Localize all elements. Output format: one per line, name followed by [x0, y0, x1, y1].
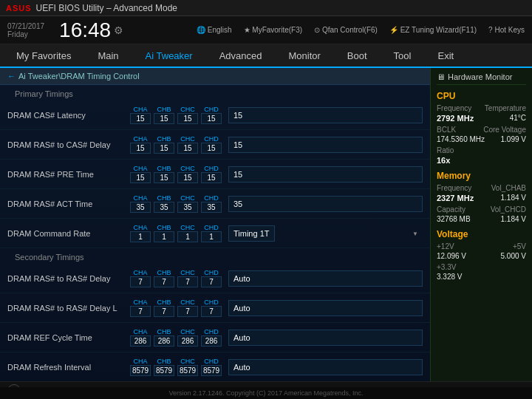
channel-value: 7: [130, 276, 151, 287]
channel-value: 7: [177, 276, 198, 287]
monitor-icon: 🖥: [437, 72, 445, 81]
nav-boot[interactable]: Boot: [334, 44, 381, 68]
breadcrumb-path: Ai Tweaker\DRAM Timing Control: [18, 72, 140, 81]
dram-timing-input[interactable]: [228, 196, 423, 212]
channel-box: CHA15: [129, 135, 151, 154]
channel-group: CHA15CHB15CHC15CHD15: [129, 106, 222, 124]
channel-value: 15: [201, 172, 222, 183]
v33-value: 3.328 V: [437, 273, 462, 281]
gear-icon[interactable]: ⚙: [114, 24, 123, 36]
memory-section-title: Memory: [437, 171, 526, 181]
cpu-ratio-label: Ratio: [437, 146, 454, 154]
channel-box: CHD286: [200, 328, 222, 347]
dram-command-rate-select[interactable]: Timing 1T: [228, 225, 275, 242]
channel-box: CHC286: [177, 328, 199, 347]
dram-timing-input[interactable]: [228, 300, 423, 316]
channel-value: 286: [177, 335, 198, 347]
nav-advanced[interactable]: Advanced: [206, 44, 276, 68]
dram-row-label: DRAM REF Cycle Time: [7, 333, 129, 342]
nav-tool[interactable]: Tool: [381, 44, 425, 68]
channel-box: CHC15: [177, 165, 199, 183]
dram-timing-input[interactable]: [228, 166, 423, 183]
v12-label: +12V: [437, 242, 454, 250]
v12-val-row: 12.096 V 5.000 V: [437, 252, 526, 260]
channel-box: CHA7: [129, 299, 151, 317]
cpu-ratio-val-row: 16x: [437, 156, 526, 165]
channel-header: CHA: [133, 106, 147, 113]
channel-box: CHC15: [177, 135, 199, 154]
dram-row: DRAM RAS# ACT TimeCHA35CHB35CHC35CHD35: [0, 189, 430, 219]
channel-box: CHA7: [129, 269, 151, 287]
channel-group: CHA35CHB35CHC35CHD35: [129, 194, 222, 213]
channel-header: CHA: [133, 224, 147, 231]
channel-box: CHA286: [129, 328, 151, 347]
hot-keys-action[interactable]: ? Hot Keys: [488, 26, 525, 34]
nav-main[interactable]: Main: [84, 44, 132, 68]
nav-monitor[interactable]: Monitor: [276, 44, 334, 68]
clock: 16:48 ⚙: [59, 18, 123, 42]
date-info: 07/21/2017 Friday: [7, 22, 44, 38]
channel-header: CHC: [180, 328, 195, 335]
dram-row: DRAM RAS# to CAS# DelayCHA15CHB15CHC15CH…: [0, 130, 430, 160]
channel-value: 7: [201, 276, 222, 287]
channel-value: 286: [201, 335, 222, 347]
channel-value: 8579: [130, 365, 151, 376]
dram-timing-input[interactable]: [228, 107, 423, 123]
channel-box: CHB35: [153, 194, 175, 213]
dram-row-label: DRAM Command Rate: [7, 229, 129, 238]
my-favorite-action[interactable]: ★ MyFavorite(F3): [244, 26, 303, 34]
channel-header: CHB: [157, 106, 171, 113]
mem-volchab-value: 1.184 V: [501, 194, 526, 202]
channel-box: CHA8579: [129, 358, 151, 376]
cpu-temp-label: Temperature: [485, 104, 526, 112]
v33-row: +3.3V: [437, 263, 526, 271]
dram-timing-input[interactable]: [228, 137, 423, 153]
channel-value: 8579: [177, 365, 198, 376]
dram-timing-input[interactable]: [228, 270, 423, 287]
channel-header: CHB: [157, 269, 171, 276]
v33-val-row: 3.328 V: [437, 273, 526, 281]
voltage-section-title: Voltage: [437, 229, 526, 239]
v12-row: +12V +5V: [437, 242, 526, 250]
nav-my-favorites[interactable]: My Favorites: [3, 44, 84, 68]
nav-exit[interactable]: Exit: [424, 44, 467, 68]
channel-value: 35: [154, 202, 174, 213]
mem-freq-value: 2327 MHz: [437, 194, 474, 202]
dram-row-label: DRAM Refresh Interval: [7, 363, 129, 372]
main-content: ← Ai Tweaker\DRAM Timing Control Primary…: [0, 68, 532, 381]
language-action[interactable]: 🌐 English: [197, 26, 232, 34]
channel-value: 8579: [154, 365, 174, 376]
dram-row: DRAM CAS# LatencyCHA15CHB15CHC15CHD15: [0, 100, 430, 130]
channel-value: 15: [130, 143, 151, 154]
channel-box: CHB8579: [153, 358, 175, 376]
breadcrumb-arrow[interactable]: ←: [7, 72, 16, 81]
channel-header: CHD: [204, 135, 219, 143]
channel-header: CHB: [157, 135, 171, 143]
cpu-freq-value: 2792 MHz: [437, 114, 474, 123]
dram-row-label: DRAM CAS# Latency: [7, 111, 129, 120]
channel-header: CHD: [204, 106, 219, 113]
channel-value: 15: [130, 172, 151, 183]
channel-group: CHA7CHB7CHC7CHD7: [129, 299, 222, 317]
cpu-ratio-row: Ratio: [437, 146, 526, 154]
qfan-action[interactable]: ⊙ Qfan Control(F6): [314, 26, 378, 34]
cpu-ratio-value: 16x: [437, 156, 450, 165]
channel-header: CHD: [204, 269, 219, 276]
channel-value: 35: [130, 202, 151, 213]
dram-timing-input[interactable]: [228, 359, 423, 375]
mem-freq-val-row: 2327 MHz 1.184 V: [437, 194, 526, 202]
nav-ai-tweaker[interactable]: Ai Tweaker: [132, 44, 206, 68]
ez-tuning-action[interactable]: ⚡ EZ Tuning Wizard(F11): [389, 26, 477, 34]
mem-cap-value: 32768 MB: [437, 215, 471, 223]
channel-value: 15: [201, 113, 222, 124]
dram-row-label: DRAM RAS# to RAS# Delay: [7, 274, 129, 283]
dram-row: DRAM RAS# to RAS# Delay LCHA7CHB7CHC7CHD…: [0, 293, 430, 323]
time-bar: 07/21/2017 Friday 16:48 ⚙ 🌐 English ★ My…: [0, 16, 532, 44]
channel-value: 35: [177, 202, 198, 213]
dram-timing-input[interactable]: [228, 330, 423, 346]
channel-group: CHA286CHB286CHC286CHD286: [129, 328, 222, 347]
dram-row: DRAM REF Cycle TimeCHA286CHB286CHC286CHD…: [0, 323, 430, 352]
v5-label: +5V: [513, 242, 526, 250]
channel-header: CHC: [180, 194, 195, 202]
dram-row: DRAM Command RateCHA1CHB1CHC1CHD1Timing …: [0, 219, 430, 248]
